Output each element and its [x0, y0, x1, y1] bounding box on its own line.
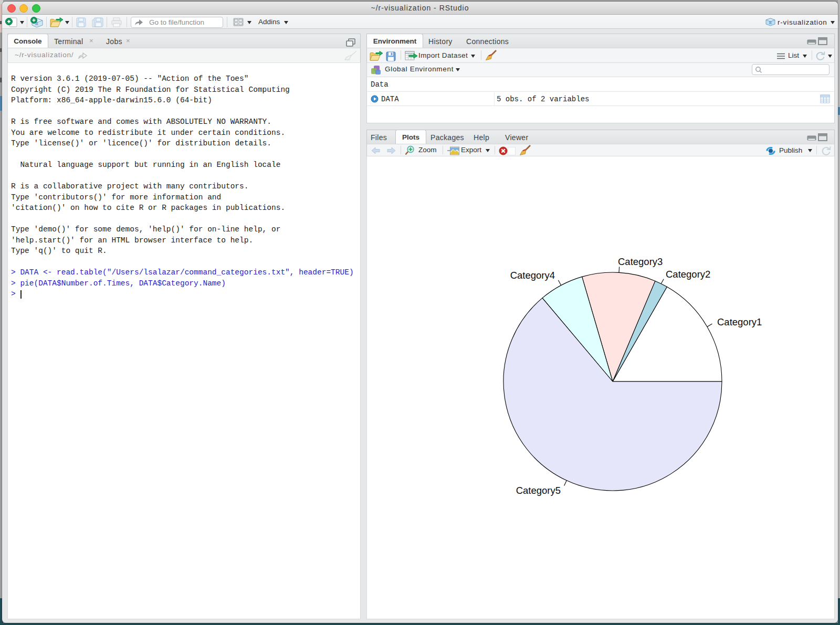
svg-text:Category3: Category3	[618, 256, 663, 267]
svg-text:Category5: Category5	[516, 485, 561, 496]
svg-text:R: R	[769, 20, 772, 25]
svg-text:Category2: Category2	[666, 269, 710, 280]
svg-text:Category4: Category4	[510, 270, 555, 281]
svg-text:Category1: Category1	[717, 316, 762, 327]
